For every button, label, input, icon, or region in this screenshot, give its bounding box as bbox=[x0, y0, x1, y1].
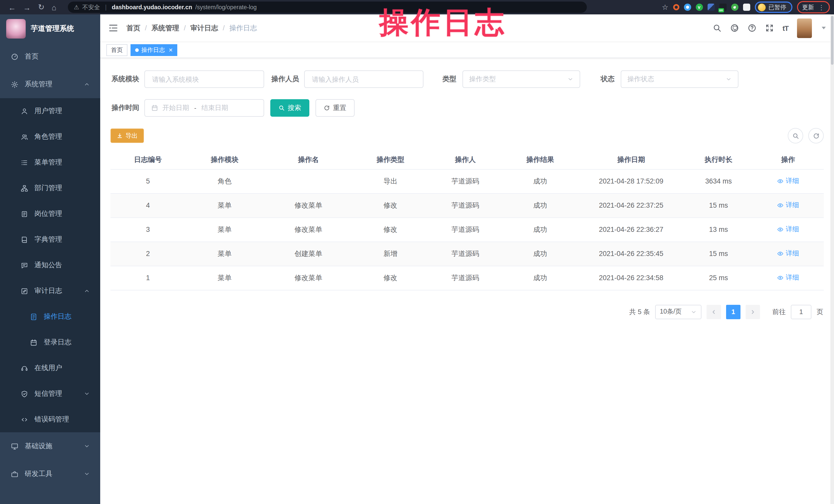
browser-menu-icon[interactable]: ⋮ bbox=[818, 3, 825, 11]
tag-close-icon[interactable]: ✕ bbox=[169, 47, 173, 53]
extension-icon[interactable] bbox=[684, 4, 691, 11]
page-size-select[interactable]: 10条/页 bbox=[655, 305, 701, 319]
search-icon bbox=[279, 105, 285, 111]
module-label: 系统模块 bbox=[110, 74, 139, 84]
type-select-placeholder: 操作类型 bbox=[469, 74, 496, 84]
sidebar-item-audit-log[interactable]: 审计日志 bbox=[0, 278, 100, 304]
date-range-picker[interactable]: 开始日期 - 结束日期 bbox=[145, 99, 264, 117]
status-select-placeholder: 操作状态 bbox=[628, 74, 654, 84]
table-column-header: 操作日期 bbox=[577, 151, 684, 169]
sidebar-item-role-management[interactable]: 角色管理 bbox=[0, 124, 100, 150]
sidebar-item-user-management[interactable]: 用户管理 bbox=[0, 98, 100, 124]
table-body: 5角色导出芋道源码成功2021-04-28 17:52:093634 ms详细4… bbox=[110, 169, 824, 290]
sidebar-item-notice-announcement[interactable]: 通知公告 bbox=[0, 253, 100, 278]
forward-icon[interactable]: → bbox=[23, 3, 31, 12]
tag-home[interactable]: 首页 bbox=[106, 44, 128, 56]
page-number-button[interactable]: 1 bbox=[726, 305, 741, 319]
sidebar-item-dict-management[interactable]: 字典管理 bbox=[0, 227, 100, 253]
extension-icon[interactable] bbox=[707, 4, 715, 11]
dashboard-icon bbox=[11, 53, 19, 60]
sidebar-item-label: 字典管理 bbox=[35, 235, 62, 244]
operator-input[interactable] bbox=[311, 75, 417, 84]
scrollbar-thumb[interactable] bbox=[831, 16, 833, 65]
detail-link[interactable]: 详细 bbox=[777, 249, 799, 258]
sidebar-item-errorcode-management[interactable]: 错误码管理 bbox=[0, 407, 100, 432]
filter-row-2: 操作时间 开始日期 - 结束日期 搜索 重置 bbox=[110, 99, 824, 117]
org-icon bbox=[21, 184, 28, 192]
extension-icon[interactable] bbox=[731, 4, 738, 11]
sidebar-item-operate-log[interactable]: 操作日志 bbox=[0, 304, 100, 329]
toggle-search-button[interactable] bbox=[788, 128, 803, 144]
cell-date: 2021-04-26 22:37:25 bbox=[577, 193, 684, 217]
tag-operate-log[interactable]: 操作日志✕ bbox=[131, 44, 178, 56]
address-bar[interactable]: ⚠ 不安全 | dashboard.yudao.iocoder.cn/syste… bbox=[68, 2, 587, 13]
cell-module: 菜单 bbox=[185, 193, 264, 217]
type-select[interactable]: 操作类型 bbox=[462, 70, 580, 88]
export-button[interactable]: 导出 bbox=[110, 129, 144, 143]
search-icon[interactable] bbox=[713, 24, 722, 32]
reload-icon[interactable]: ↻ bbox=[38, 3, 44, 12]
user-avatar[interactable] bbox=[797, 18, 812, 38]
goto-page-input[interactable] bbox=[791, 305, 811, 319]
reset-button[interactable]: 重置 bbox=[315, 99, 355, 117]
search-button[interactable]: 搜索 bbox=[270, 99, 309, 117]
detail-link[interactable]: 详细 bbox=[777, 177, 799, 186]
github-icon[interactable] bbox=[730, 24, 739, 32]
extension-icon[interactable]: v bbox=[696, 4, 703, 11]
sidebar-item-post-management[interactable]: 岗位管理 bbox=[0, 201, 100, 227]
prev-page-button[interactable] bbox=[706, 305, 721, 319]
extension-icon[interactable] bbox=[673, 4, 679, 10]
profile-paused-label: 已暂停 bbox=[768, 3, 786, 11]
cell-operator: 芋道源码 bbox=[428, 193, 503, 217]
sidebar-logo-row[interactable]: 芋道管理系统 bbox=[0, 15, 100, 43]
table-row: 5角色导出芋道源码成功2021-04-28 17:52:093634 ms详细 bbox=[110, 169, 824, 193]
help-icon[interactable] bbox=[748, 24, 756, 32]
back-icon[interactable]: ← bbox=[8, 3, 16, 12]
sidebar-item-home[interactable]: 首页 bbox=[0, 43, 100, 70]
home-icon[interactable]: ⌂ bbox=[52, 3, 56, 12]
chevron-left-icon bbox=[711, 309, 717, 315]
users-icon bbox=[21, 133, 28, 140]
update-button[interactable]: 更新 bbox=[802, 3, 814, 11]
sidebar-item-menu-management[interactable]: 菜单管理 bbox=[0, 150, 100, 175]
chevron-down-icon bbox=[84, 391, 90, 397]
browser-toolbar: ← → ↻ ⌂ ⚠ 不安全 | dashboard.yudao.iocoder.… bbox=[0, 0, 834, 15]
breadcrumb-item[interactable]: 审计日志 bbox=[190, 23, 218, 32]
module-input[interactable] bbox=[151, 75, 258, 84]
detail-link[interactable]: 详细 bbox=[777, 225, 799, 234]
cell-actions: 详细 bbox=[752, 193, 824, 217]
sidebar-item-online-users[interactable]: 在线用户 bbox=[0, 355, 100, 381]
breadcrumb-item[interactable]: 首页 bbox=[126, 23, 140, 32]
sidebar-item-dept-management[interactable]: 部门管理 bbox=[0, 175, 100, 201]
cell-type: 修改 bbox=[353, 266, 428, 290]
refresh-table-button[interactable] bbox=[808, 128, 824, 144]
extension-icon[interactable]: on bbox=[719, 4, 726, 11]
next-page-button[interactable] bbox=[746, 305, 760, 319]
breadcrumb-item[interactable]: 系统管理 bbox=[152, 23, 179, 32]
status-select[interactable]: 操作状态 bbox=[621, 70, 739, 88]
avatar-caret-down-icon[interactable] bbox=[822, 27, 826, 29]
detail-link[interactable]: 详细 bbox=[777, 273, 799, 282]
sidebar-item-system-management[interactable]: 系统管理 bbox=[0, 70, 100, 98]
sidebar-item-infrastructure[interactable]: 基础设施 bbox=[0, 432, 100, 460]
extensions-puzzle-icon[interactable] bbox=[743, 4, 750, 11]
cell-id: 2 bbox=[110, 242, 185, 266]
fullscreen-icon[interactable] bbox=[765, 24, 774, 32]
page-scrollbar[interactable] bbox=[830, 15, 834, 504]
sidebar-item-dev-tools[interactable]: 研发工具 bbox=[0, 460, 100, 488]
sidebar-item-login-log[interactable]: 登录日志 bbox=[0, 329, 100, 355]
sidebar-item-sms-management[interactable]: 短信管理 bbox=[0, 381, 100, 407]
detail-link[interactable]: 详细 bbox=[777, 201, 799, 210]
cell-actions: 详细 bbox=[752, 266, 824, 290]
font-size-icon[interactable]: tT bbox=[783, 24, 788, 32]
cell-duration: 13 ms bbox=[685, 217, 752, 242]
warning-icon: ⚠ bbox=[74, 4, 79, 11]
sidebar-item-label: 研发工具 bbox=[25, 469, 52, 479]
cell-module: 菜单 bbox=[185, 266, 264, 290]
bookmark-star-icon[interactable]: ☆ bbox=[662, 3, 668, 11]
sidebar-toggle-hamburger-icon[interactable] bbox=[108, 23, 118, 33]
sidebar-item-label: 短信管理 bbox=[35, 389, 62, 398]
cell-module: 角色 bbox=[185, 169, 264, 193]
module-input-wrapper bbox=[145, 70, 264, 88]
profile-paused-pill[interactable]: 已暂停 bbox=[754, 2, 792, 13]
